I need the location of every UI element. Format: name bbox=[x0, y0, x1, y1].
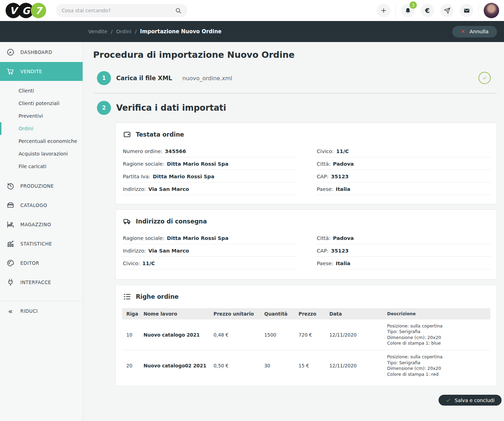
sidebar-item-label: CATALOGO bbox=[20, 202, 47, 208]
search-icon[interactable] bbox=[175, 7, 182, 14]
sidebar-subitem-clienti-potenziali[interactable]: Clienti potenziali bbox=[0, 97, 83, 110]
euro-icon: € bbox=[425, 7, 429, 14]
sidebar-item-magazzino[interactable]: MAGAZZINO bbox=[0, 215, 83, 234]
field-paese: Paese:Italia bbox=[316, 257, 491, 269]
sidebar-item-produzione[interactable]: PRODUZIONE bbox=[0, 176, 83, 195]
sidebar-item-interfacce[interactable]: INTERFACCE bbox=[0, 272, 83, 292]
step-divider bbox=[94, 93, 497, 94]
sidebar-item-label: RIDUCI bbox=[20, 308, 38, 314]
shop-icon bbox=[6, 201, 15, 209]
sidebar-subitem-ordini[interactable]: Ordini bbox=[0, 122, 83, 135]
sidebar-item-label: MAGAZZINO bbox=[20, 222, 51, 227]
app-logo: V G 7 bbox=[6, 3, 46, 18]
breadcrumb-vendite[interactable]: Vendite bbox=[88, 29, 107, 34]
consegna-right-column: Città:Padova CAP:35123 Paese:Italia bbox=[316, 232, 491, 269]
top-actions: 3 € bbox=[374, 3, 499, 18]
bell-icon bbox=[405, 7, 411, 14]
column-header-riga: Riga bbox=[122, 311, 144, 317]
field-partita-iva: Partita Iva:Ditta Mario Rossi Spa bbox=[122, 170, 298, 182]
save-and-finish-button[interactable]: Salva e concludi bbox=[439, 395, 502, 406]
sidebar-item-dashboard[interactable]: DASHBOARD bbox=[0, 42, 83, 62]
sidebar: DASHBOARD VENDITE Clienti Clienti potenz… bbox=[0, 42, 83, 421]
close-icon: ✕ bbox=[461, 29, 465, 34]
step-1-number: 1 bbox=[97, 71, 111, 85]
paper-plane-icon bbox=[444, 7, 450, 14]
breadcrumb-current: Importazione Nuovo Ordine bbox=[140, 28, 222, 35]
uploaded-file-name: nuovo_ordine.xml bbox=[182, 75, 232, 82]
save-button-label: Salva e concludi bbox=[455, 398, 495, 403]
wallet-icon bbox=[123, 130, 131, 139]
logo-letter-7: 7 bbox=[31, 3, 46, 18]
shelf-icon bbox=[6, 220, 15, 229]
sidebar-item-label: DASHBOARD bbox=[20, 49, 52, 55]
sidebar-subitem-acquisto-lavorazioni[interactable]: Acquisto lavorazioni bbox=[0, 147, 83, 160]
card-testata-ordine: Testata ordine Numero ordine:345566 Ragi… bbox=[115, 123, 497, 204]
field-citta: Città:Padova bbox=[316, 232, 491, 244]
mail-button[interactable] bbox=[460, 4, 473, 17]
breadcrumb: Vendite / Ordini / Importazione Nuovo Or… bbox=[88, 21, 222, 42]
sidebar-subitem-preventivi[interactable]: Preventivi bbox=[0, 110, 83, 122]
field-ragione-sociale: Ragione sociale:Ditta Mario Rossi Spa bbox=[122, 232, 298, 244]
palette-icon bbox=[6, 259, 15, 267]
card-indirizzo-consegna: Indirizzo di consegna Ragione sociale:Di… bbox=[115, 209, 497, 279]
field-civico: Civico:11/C bbox=[122, 257, 298, 269]
testata-right-column: Civico:11/C Città:Padova CAP:35123 Paese… bbox=[316, 145, 491, 195]
cancel-button[interactable]: ✕ Annulla bbox=[452, 26, 497, 37]
send-button[interactable] bbox=[440, 4, 454, 17]
step-2-row: 2 Verifica i dati importati bbox=[97, 101, 226, 115]
search-input[interactable] bbox=[62, 8, 175, 13]
top-bar: V G 7 3 € bbox=[0, 0, 504, 21]
truck-icon bbox=[123, 217, 131, 226]
card-testata-header: Testata ordine bbox=[116, 123, 497, 139]
sidebar-item-editor[interactable]: EDITOR bbox=[0, 253, 83, 272]
field-ragione-sociale: Ragione sociale:Ditta Mario Rossi Spa bbox=[122, 157, 298, 170]
step-1-row: 1 Carica il file XML nuovo_ordine.xml bbox=[97, 71, 232, 85]
table-row: 10 Nuovo catalogo 2021 0,48 € 1500 720 €… bbox=[122, 319, 490, 350]
row-description: Posizione: sulla copertina Tipo: Serigra… bbox=[387, 323, 490, 346]
order-lines-table: Riga Nome lavoro Prezzo unitario Quantit… bbox=[122, 308, 490, 381]
sidebar-spacer bbox=[0, 81, 83, 84]
list-icon bbox=[123, 292, 131, 301]
card-righe-ordine: Righe ordine Riga Nome lavoro Prezzo uni… bbox=[115, 285, 497, 386]
sidebar-subitem-file-caricati[interactable]: File caricati bbox=[0, 160, 83, 173]
card-consegna-header: Indirizzo di consegna bbox=[116, 210, 497, 226]
column-header-descrizione: Descrizione bbox=[387, 311, 490, 317]
sidebar-item-label: INTERFACCE bbox=[20, 279, 51, 285]
plug-icon bbox=[6, 278, 15, 287]
sidebar-item-label: STATISTICHE bbox=[20, 241, 52, 247]
add-button[interactable] bbox=[377, 4, 390, 17]
field-cap: CAP:35123 bbox=[316, 244, 491, 257]
field-citta: Città:Padova bbox=[316, 157, 491, 170]
chevrons-left-icon: « bbox=[6, 307, 15, 316]
sidebar-collapse-button[interactable]: « RIDUCI bbox=[0, 301, 83, 321]
envelope-icon bbox=[463, 7, 470, 14]
sidebar-item-catalogo[interactable]: CATALOGO bbox=[0, 195, 83, 215]
card-title: Indirizzo di consegna bbox=[136, 218, 207, 225]
check-icon bbox=[446, 398, 451, 403]
sidebar-item-statistiche[interactable]: STATISTICHE bbox=[0, 234, 83, 253]
sidebar-item-label: VENDITE bbox=[20, 69, 42, 74]
field-indirizzo: Indirizzo:Via San Marco bbox=[122, 182, 298, 195]
billing-button[interactable]: € bbox=[421, 4, 434, 17]
step-2-number: 2 bbox=[97, 101, 111, 115]
sidebar-item-label: PRODUZIONE bbox=[20, 183, 54, 189]
sidebar-subitem-percentuali-economiche[interactable]: Percentuali economiche bbox=[0, 135, 83, 147]
main-content: Procedura di importazione Nuovo Ordine 1… bbox=[83, 42, 504, 421]
notifications-button[interactable]: 3 bbox=[401, 4, 414, 17]
top-divider bbox=[478, 3, 479, 18]
breadcrumb-bar: Vendite / Ordini / Importazione Nuovo Or… bbox=[0, 21, 504, 42]
step-2-title: Verifica i dati importati bbox=[116, 103, 226, 113]
global-search bbox=[56, 4, 187, 17]
user-avatar[interactable] bbox=[484, 3, 499, 18]
column-header-prezzo-unitario: Prezzo unitario bbox=[214, 311, 264, 317]
field-cap: CAP:35123 bbox=[316, 170, 491, 182]
step-1-title: Carica il file XML bbox=[116, 75, 172, 82]
sidebar-item-vendite[interactable]: VENDITE bbox=[0, 62, 83, 81]
column-header-prezzo: Prezzo bbox=[299, 311, 329, 317]
column-header-data: Data bbox=[329, 311, 387, 317]
breadcrumb-ordini[interactable]: Ordini bbox=[116, 29, 132, 34]
sidebar-subitem-clienti[interactable]: Clienti bbox=[0, 84, 83, 97]
bar-chart-icon bbox=[6, 240, 15, 248]
breadcrumb-separator: / bbox=[135, 29, 136, 34]
sidebar-item-label: EDITOR bbox=[20, 260, 39, 266]
